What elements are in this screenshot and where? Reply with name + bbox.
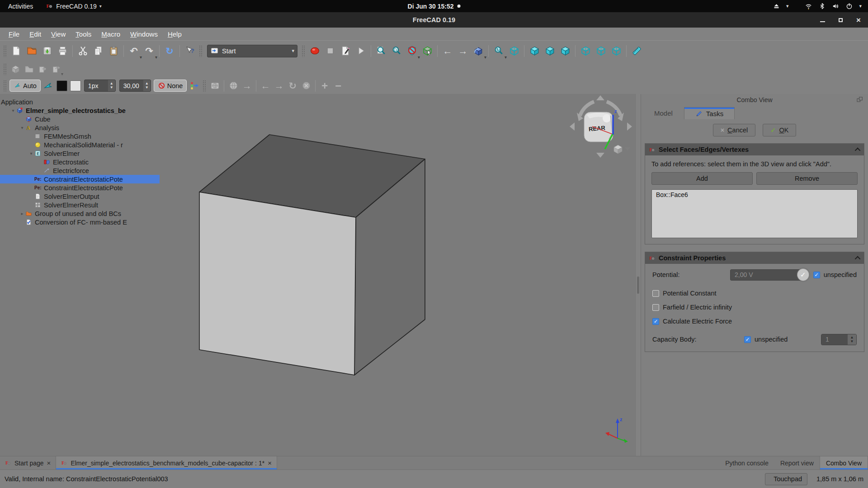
- print-button[interactable]: [55, 43, 70, 59]
- nav-back-button[interactable]: ←: [440, 43, 455, 59]
- macro-record-button[interactable]: [307, 43, 322, 59]
- toolbar-grip[interactable]: [3, 45, 7, 57]
- tree-item-solverelmeroutput[interactable]: SolverElmerOutput: [0, 192, 160, 201]
- close-icon[interactable]: ×: [268, 460, 272, 466]
- view-left-button[interactable]: [609, 43, 624, 59]
- dock-tab-report-view[interactable]: Report view: [774, 456, 820, 469]
- view-rear-button[interactable]: [578, 43, 593, 59]
- undo-button[interactable]: ↶▾: [126, 43, 142, 59]
- redo-button[interactable]: ↷▾: [142, 43, 157, 59]
- tab-model[interactable]: Model: [643, 107, 684, 119]
- toolbar-grip[interactable]: [3, 63, 7, 75]
- system-tray[interactable]: ▾▾: [773, 0, 868, 12]
- view-bottom-button[interactable]: [593, 43, 609, 59]
- new-file-button[interactable]: [9, 43, 24, 59]
- panel-splitter[interactable]: [635, 94, 641, 456]
- tree-item-analysis[interactable]: ▾AAnalysis: [0, 123, 160, 132]
- open-file-button[interactable]: [24, 43, 39, 59]
- tab-tasks[interactable]: Tasks: [684, 107, 735, 119]
- apply-check-button[interactable]: ✓: [797, 268, 809, 281]
- save-button[interactable]: [39, 43, 55, 59]
- copy-button[interactable]: [90, 43, 106, 59]
- tree-item-constraintelectrostaticpote[interactable]: Pe:ConstraintElectrostaticPote: [0, 175, 160, 183]
- farfield-electric-infinity-checkbox[interactable]: [652, 304, 659, 311]
- tree-expander-icon[interactable]: ▾: [19, 125, 25, 130]
- dock-tab-python-console[interactable]: Python console: [719, 456, 774, 469]
- tree-expander-icon[interactable]: ▸: [19, 211, 25, 216]
- cancel-button[interactable]: ×Cancel: [713, 124, 756, 136]
- maximize-button[interactable]: [837, 17, 844, 23]
- document-tab-start-page[interactable]: FStart page×: [0, 456, 56, 469]
- tree-item-mechanicalsolidmaterial-r[interactable]: MechanicalSolidMaterial - r: [0, 141, 160, 149]
- tree-item-solverelmerresult[interactable]: SolverElmerResult: [0, 201, 160, 209]
- view-right-button[interactable]: [557, 43, 573, 59]
- menu-tools[interactable]: Tools: [71, 29, 96, 39]
- tree-item-group-of-unused-and-old-bcs[interactable]: ▸Group of unused and old BCs: [0, 209, 160, 218]
- toolbar-grip[interactable]: [199, 45, 203, 57]
- power-icon[interactable]: [845, 2, 853, 10]
- fit-all-button[interactable]: [373, 43, 389, 59]
- view-front-button[interactable]: [527, 43, 542, 59]
- remove-button[interactable]: Remove: [756, 172, 858, 185]
- unspecified-checkbox[interactable]: ✓: [813, 272, 820, 278]
- menu-help[interactable]: Help: [163, 29, 187, 39]
- document-tab-elmer-simple-electrostatics-benchmark-mo[interactable]: FElmer_simple_electrostatics_benchmark_m…: [56, 456, 277, 469]
- measure-distance-button[interactable]: [629, 43, 644, 59]
- menu-edit[interactable]: Edit: [24, 29, 46, 39]
- toolbar-grip[interactable]: [302, 45, 306, 57]
- cut-button[interactable]: [75, 43, 90, 59]
- face-color-swatch[interactable]: [70, 80, 81, 91]
- draw-style-button[interactable]: ▾: [404, 43, 420, 59]
- close-button[interactable]: ×: [855, 17, 862, 23]
- nav-forward-button[interactable]: →: [455, 43, 471, 59]
- app-indicator-menu[interactable]: F FreeCAD 0.19 ▾: [41, 0, 106, 12]
- dock-tab-combo-view[interactable]: Combo View: [820, 456, 868, 469]
- chevron-down-icon[interactable]: ▾: [859, 3, 862, 9]
- volume-icon[interactable]: [832, 2, 840, 10]
- workbench-selector[interactable]: Start▾: [207, 45, 297, 57]
- collapse-chevron-icon[interactable]: [855, 147, 861, 153]
- tree-item-solverelmer[interactable]: ▾ESolverElmer: [0, 149, 160, 158]
- fit-selection-button[interactable]: [389, 43, 404, 59]
- ok-button[interactable]: ✓OK: [763, 124, 796, 136]
- draft-snap-button[interactable]: [42, 80, 55, 92]
- macro-edit-button[interactable]: [338, 43, 353, 59]
- tree-item-application[interactable]: Application: [0, 98, 160, 106]
- macro-stop-button[interactable]: [322, 43, 338, 59]
- tree-item-constraintelectrostaticpote[interactable]: Pe:ConstraintElectrostaticPote: [0, 183, 160, 192]
- toolbar-grip[interactable]: [203, 80, 207, 92]
- tree-item-elmer-simple-electrostatics-be[interactable]: ▾Elmer_simple_electrostatics_be: [0, 106, 160, 115]
- navigation-cube[interactable]: REAR z: [569, 95, 633, 165]
- tree-item-electrostatic[interactable]: Electrostatic: [0, 158, 160, 166]
- autogroup-none-button[interactable]: None: [154, 80, 187, 92]
- box-selection-button[interactable]: [420, 43, 435, 59]
- view-sync-button[interactable]: ↻▾: [491, 43, 506, 59]
- section-header[interactable]: F Select Faces/Edges/Vertexes: [645, 144, 864, 155]
- menu-macro[interactable]: Macro: [96, 29, 125, 39]
- tree-expander-icon[interactable]: ▾: [10, 108, 16, 113]
- clock[interactable]: Di Jun 30 15:52: [408, 0, 461, 12]
- minimize-button[interactable]: [819, 17, 826, 23]
- close-icon[interactable]: ×: [47, 460, 51, 466]
- paste-button[interactable]: [106, 43, 121, 59]
- reference-item[interactable]: Box::Face6: [652, 190, 857, 200]
- view-axonometric-button[interactable]: [506, 43, 522, 59]
- bluetooth-icon[interactable]: [818, 2, 826, 10]
- 3d-viewport[interactable]: Application▾Elmer_simple_electrostatics_…: [0, 94, 635, 456]
- section-header[interactable]: F Constraint Properties: [645, 252, 864, 264]
- wifi-icon[interactable]: [805, 2, 812, 10]
- chevron-down-icon[interactable]: ▾: [786, 3, 789, 9]
- auto-group-button[interactable]: Auto: [9, 80, 41, 92]
- menu-file[interactable]: File: [4, 29, 24, 39]
- scale-spinner[interactable]: 30,00▲▼: [119, 80, 151, 92]
- calculate-electric-force-checkbox[interactable]: ✓: [652, 318, 659, 325]
- tree-item-electricforce[interactable]: Electricforce: [0, 166, 160, 175]
- line-color-swatch[interactable]: [57, 80, 67, 91]
- layer-manager-button[interactable]: [188, 80, 201, 92]
- refresh-button[interactable]: ↻: [162, 43, 177, 59]
- references-list[interactable]: Box::Face6: [651, 189, 858, 238]
- view-home-button[interactable]: ▾: [471, 43, 486, 59]
- touchpad-button[interactable]: Touchpad: [765, 473, 807, 485]
- collapse-chevron-icon[interactable]: [855, 256, 861, 262]
- tree-item-femmeshgmsh[interactable]: FEMMeshGmsh: [0, 132, 160, 141]
